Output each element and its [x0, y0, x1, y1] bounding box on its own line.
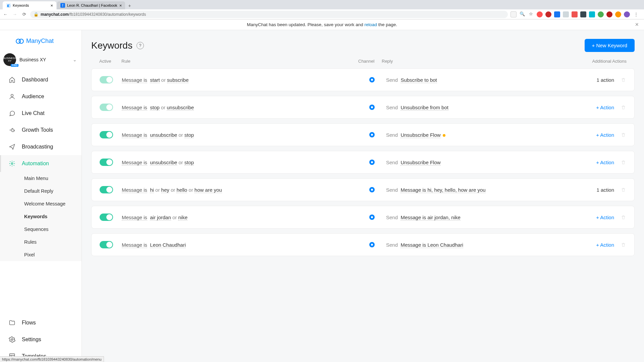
action-link[interactable]: + Action [574, 132, 614, 138]
channel-messenger-icon [369, 105, 375, 110]
trash-icon[interactable] [620, 132, 626, 138]
ext-icon[interactable] [545, 11, 551, 17]
sub-item-welcome[interactable]: Welcome Message [0, 197, 82, 210]
sidebar-item-audience[interactable]: Audience [0, 88, 82, 105]
browser-tab-1[interactable]: ◧ Keywords × [3, 1, 56, 9]
active-toggle[interactable] [100, 76, 113, 83]
action-link[interactable]: 1 action [574, 77, 614, 83]
keyword-row[interactable]: Message is hi or hey or hello or how are… [91, 178, 635, 201]
channel-messenger-icon [369, 215, 375, 220]
trash-icon[interactable] [620, 77, 626, 83]
trash-icon[interactable] [620, 242, 626, 248]
action-link[interactable]: 1 action [574, 187, 614, 193]
active-toggle[interactable] [100, 131, 113, 138]
trash-icon[interactable] [620, 159, 626, 165]
col-active: Active [99, 59, 121, 64]
keyword-row[interactable]: Message is Leon ChaudhariSend Message is… [91, 233, 635, 256]
sidebar-item-growthtools[interactable]: Growth Tools [0, 122, 82, 138]
trash-icon[interactable] [620, 104, 626, 110]
reply-cell[interactable]: Send Subscribe to bot [386, 77, 574, 83]
sub-item-sequences[interactable]: Sequences [0, 223, 82, 236]
active-toggle[interactable] [100, 241, 113, 248]
ext-icon[interactable] [554, 11, 560, 17]
rule-text[interactable]: Message is start or subscribe [122, 77, 369, 83]
browser-toolbar: ← → ⟳ 🔒 manychat.com/fb181039443240830/a… [0, 9, 644, 19]
chat-icon [8, 110, 16, 117]
active-toggle[interactable] [100, 214, 113, 221]
reply-cell[interactable]: Send Unsubscribe from bot [386, 105, 574, 110]
channel-messenger-icon [369, 242, 375, 247]
keyword-row[interactable]: Message is air jordan or nikeSend Messag… [91, 206, 635, 229]
sidebar-item-flows[interactable]: Flows [0, 314, 82, 331]
reply-cell[interactable]: Send Unsubscribe Flow [386, 160, 574, 165]
sidebar-item-broadcasting[interactable]: Broadcasting [0, 138, 82, 155]
ext-icon[interactable] [598, 11, 604, 17]
new-keyword-button[interactable]: + New Keyword [585, 39, 635, 52]
send-icon [8, 143, 16, 150]
forward-button[interactable]: → [11, 11, 18, 18]
trash-icon[interactable] [620, 214, 626, 220]
sub-item-mainmenu[interactable]: Main Menu [0, 172, 82, 185]
ext-icon[interactable] [606, 11, 612, 17]
zoom-icon[interactable]: 🔍 [519, 11, 525, 17]
browser-tab-2[interactable]: f Leon R. Chaudhari | Facebook × [57, 1, 125, 9]
sidebar-item-settings[interactable]: Settings [0, 331, 82, 348]
reply-cell[interactable]: Send Message is Leon Chaudhari [386, 242, 574, 248]
star-icon[interactable]: ☆ [528, 11, 534, 17]
reload-link[interactable]: reload [364, 22, 377, 27]
action-link[interactable]: + Action [574, 160, 614, 165]
active-toggle[interactable] [100, 104, 113, 111]
tab-title: Keywords [13, 3, 29, 7]
keyword-row[interactable]: Message is stop or unsubscribeSend Unsub… [91, 96, 635, 119]
sidebar-item-automation[interactable]: Automation [0, 155, 82, 172]
action-link[interactable]: + Action [574, 105, 614, 110]
new-tab-button[interactable]: + [126, 2, 133, 9]
channel-messenger-icon [369, 132, 375, 137]
action-link[interactable]: + Action [574, 242, 614, 248]
ext-icon[interactable] [615, 11, 621, 17]
sidebar-item-label: Dashboard [22, 77, 48, 83]
account-selector[interactable]: BUSINESS XY PRO Business XY ⌄ [0, 52, 82, 71]
keyword-row[interactable]: Message is start or subscribeSend Subscr… [91, 68, 635, 91]
keyword-row[interactable]: Message is unsubscribe or stopSend Unsub… [91, 151, 635, 174]
close-icon[interactable]: × [119, 3, 122, 8]
rule-text[interactable]: Message is unsubscribe or stop [122, 160, 369, 165]
sidebar-item-dashboard[interactable]: Dashboard [0, 71, 82, 88]
address-bar[interactable]: 🔒 manychat.com/fb181039443240830/automat… [30, 11, 508, 18]
reply-cell[interactable]: Send Message is air jordan, nike [386, 215, 574, 220]
back-button[interactable]: ← [2, 11, 9, 18]
ext-icon[interactable] [580, 11, 586, 17]
rule-text[interactable]: Message is stop or unsubscribe [122, 105, 369, 110]
rule-text[interactable]: Message is hi or hey or hello or how are… [122, 187, 369, 193]
ext-icon[interactable] [589, 11, 595, 17]
reply-cell[interactable]: Send Message is hi, hey, hello, how are … [386, 187, 574, 193]
sub-item-rules[interactable]: Rules [0, 236, 82, 248]
active-toggle[interactable] [100, 186, 113, 193]
sub-item-pixel[interactable]: Pixel [0, 248, 82, 261]
ext-icon[interactable] [572, 11, 578, 17]
sub-item-defaultreply[interactable]: Default Reply [0, 185, 82, 197]
active-toggle[interactable] [100, 159, 113, 166]
reply-cell[interactable]: Send Unsubscribe Flow [386, 132, 574, 138]
rule-text[interactable]: Message is air jordan or nike [122, 215, 369, 220]
help-icon[interactable]: ? [137, 42, 144, 49]
ext-icon[interactable] [537, 11, 543, 17]
col-reply: Reply [382, 59, 580, 64]
sub-item-keywords[interactable]: Keywords [0, 210, 82, 223]
ext-icon[interactable] [563, 11, 569, 17]
sidebar-item-livechat[interactable]: Live Chat [0, 105, 82, 122]
keyword-row[interactable]: Message is unsubscribe or stopSend Unsub… [91, 123, 635, 146]
close-icon[interactable]: × [50, 3, 53, 8]
home-icon [8, 76, 16, 83]
trash-icon[interactable] [620, 187, 626, 193]
reload-button[interactable]: ⟳ [21, 11, 28, 18]
translate-icon[interactable] [511, 11, 517, 17]
menu-icon[interactable]: ⋮ [633, 11, 639, 18]
action-link[interactable]: + Action [574, 215, 614, 220]
close-icon[interactable]: × [635, 21, 639, 28]
rule-text[interactable]: Message is unsubscribe or stop [122, 132, 369, 138]
logo[interactable]: ManyChat [0, 30, 82, 52]
avatar-icon[interactable] [624, 11, 630, 17]
channel-messenger-icon [369, 187, 375, 192]
rule-text[interactable]: Message is Leon Chaudhari [122, 242, 369, 248]
